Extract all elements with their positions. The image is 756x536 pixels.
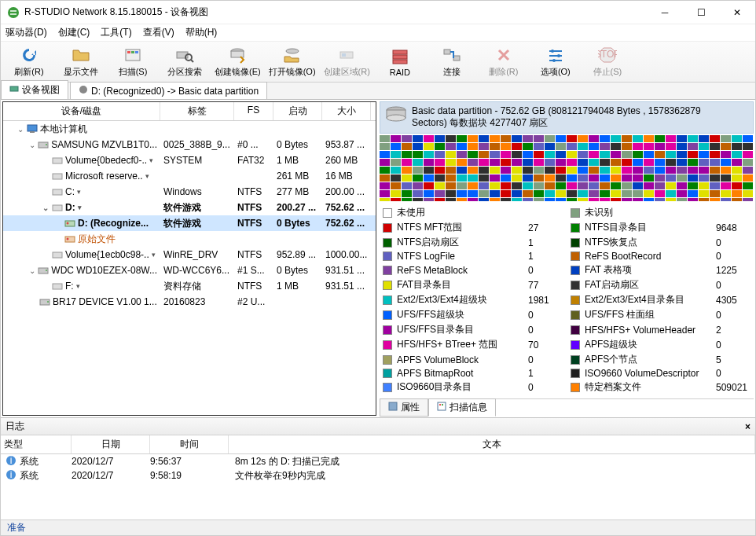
scan-block[interactable] bbox=[633, 167, 643, 174]
scan-block[interactable] bbox=[732, 167, 742, 174]
scan-block[interactable] bbox=[567, 190, 577, 197]
log-row[interactable]: i系统2020/12/79:56:378m 12s 的 D: 扫描已完成 bbox=[1, 454, 755, 468]
log-col-date[interactable]: 日期 bbox=[72, 435, 150, 453]
scan-block[interactable] bbox=[688, 174, 698, 182]
scan-block[interactable] bbox=[732, 143, 742, 150]
dropdown-arrow-icon[interactable]: ▾ bbox=[78, 204, 82, 211]
scan-block[interactable] bbox=[600, 151, 610, 158]
scan-block[interactable] bbox=[677, 151, 687, 158]
scan-block[interactable] bbox=[479, 167, 489, 174]
scan-block[interactable] bbox=[743, 174, 753, 182]
scan-block[interactable] bbox=[721, 135, 731, 142]
scan-block[interactable] bbox=[490, 174, 500, 182]
expander-icon[interactable]: ⌄ bbox=[28, 141, 35, 149]
scan-block[interactable] bbox=[556, 143, 566, 150]
toolbar-options-button[interactable]: 选项(O) bbox=[534, 45, 578, 79]
scan-block[interactable] bbox=[732, 135, 742, 142]
scan-block[interactable] bbox=[490, 167, 500, 174]
scan-block[interactable] bbox=[710, 143, 720, 150]
scan-block[interactable] bbox=[644, 182, 654, 189]
scan-block[interactable] bbox=[512, 190, 522, 197]
scan-block[interactable] bbox=[644, 151, 654, 158]
scan-block[interactable] bbox=[556, 167, 566, 174]
scan-block[interactable] bbox=[743, 159, 753, 166]
scan-block[interactable] bbox=[435, 143, 445, 150]
scan-block[interactable] bbox=[446, 190, 456, 197]
scan-block[interactable] bbox=[655, 151, 665, 158]
scan-block[interactable] bbox=[655, 190, 665, 197]
scan-block[interactable] bbox=[578, 151, 588, 158]
scan-block[interactable] bbox=[622, 190, 632, 197]
scan-block[interactable] bbox=[611, 135, 621, 142]
scan-block[interactable] bbox=[501, 190, 511, 197]
scan-block[interactable] bbox=[589, 159, 599, 166]
scan-block[interactable] bbox=[468, 135, 478, 142]
scan-block[interactable] bbox=[556, 182, 566, 189]
scan-block[interactable] bbox=[655, 174, 665, 182]
scan-block[interactable] bbox=[578, 159, 588, 166]
scan-block[interactable] bbox=[622, 135, 632, 142]
scan-block[interactable] bbox=[413, 167, 423, 174]
scan-block[interactable] bbox=[457, 143, 467, 150]
tree-row[interactable]: F: ▾资料存储NTFS1 MB931.51 ... bbox=[3, 278, 376, 294]
log-col-time[interactable]: 时间 bbox=[150, 435, 229, 453]
scan-block[interactable] bbox=[512, 151, 522, 158]
scan-block[interactable] bbox=[699, 159, 709, 166]
scan-block[interactable] bbox=[402, 159, 412, 166]
scan-block[interactable] bbox=[523, 174, 533, 182]
minimize-button[interactable]: ─ bbox=[647, 1, 683, 24]
scan-block[interactable] bbox=[413, 159, 423, 166]
scan-block[interactable] bbox=[457, 159, 467, 166]
scan-block[interactable] bbox=[567, 151, 577, 158]
scan-block[interactable] bbox=[699, 167, 709, 174]
scan-block[interactable] bbox=[644, 135, 654, 142]
scan-block[interactable] bbox=[666, 159, 676, 166]
expander-icon[interactable]: ⌄ bbox=[28, 266, 35, 275]
scan-block[interactable] bbox=[721, 190, 731, 197]
scan-block[interactable] bbox=[688, 190, 698, 197]
toolbar-refresh-button[interactable]: 刷新(R) bbox=[7, 45, 51, 79]
scan-block[interactable] bbox=[457, 174, 467, 182]
scan-block[interactable] bbox=[567, 159, 577, 166]
scan-block[interactable] bbox=[391, 143, 401, 150]
tree-row[interactable]: ⌄D: ▾软件游戏NTFS200.27 ...752.62 ... bbox=[3, 200, 376, 215]
scan-block[interactable] bbox=[479, 151, 489, 158]
scan-block[interactable] bbox=[622, 151, 632, 158]
scan-block[interactable] bbox=[391, 151, 401, 158]
scan-block[interactable] bbox=[435, 182, 445, 189]
dropdown-arrow-icon[interactable]: ▾ bbox=[76, 282, 80, 290]
dropdown-arrow-icon[interactable]: ▾ bbox=[145, 172, 149, 180]
scan-block[interactable] bbox=[479, 135, 489, 142]
scan-block[interactable] bbox=[446, 182, 456, 189]
scan-block[interactable] bbox=[666, 151, 676, 158]
scan-block[interactable] bbox=[413, 151, 423, 158]
scan-block[interactable] bbox=[578, 143, 588, 150]
scan-block[interactable] bbox=[391, 167, 401, 174]
scan-block[interactable] bbox=[633, 151, 643, 158]
scan-block[interactable] bbox=[567, 174, 577, 182]
scan-block[interactable] bbox=[578, 174, 588, 182]
scan-block[interactable] bbox=[402, 151, 412, 158]
scan-block[interactable] bbox=[545, 143, 555, 150]
scan-block[interactable] bbox=[633, 174, 643, 182]
scan-block[interactable] bbox=[699, 135, 709, 142]
tree-row[interactable]: Volume{1ecb0c98-.. ▾WinRE_DRVNTFS952.89 … bbox=[3, 247, 376, 262]
scan-block[interactable] bbox=[699, 151, 709, 158]
scan-block[interactable] bbox=[633, 190, 643, 197]
scan-block[interactable] bbox=[633, 135, 643, 142]
scan-block[interactable] bbox=[501, 151, 511, 158]
scan-block[interactable] bbox=[512, 135, 522, 142]
scan-block[interactable] bbox=[644, 159, 654, 166]
scan-block[interactable] bbox=[457, 167, 467, 174]
scan-block[interactable] bbox=[721, 174, 731, 182]
tree-row[interactable]: D: (Recognize...软件游戏NTFS0 Bytes752.62 ..… bbox=[3, 215, 376, 231]
scan-block[interactable] bbox=[446, 143, 456, 150]
scan-block[interactable] bbox=[501, 135, 511, 142]
tab-scan-info[interactable]: 扫描信息 bbox=[428, 398, 496, 417]
scan-block[interactable] bbox=[743, 151, 753, 158]
scan-block[interactable] bbox=[380, 167, 390, 174]
scan-block[interactable] bbox=[413, 182, 423, 189]
maximize-button[interactable]: ☐ bbox=[683, 1, 719, 24]
scan-block[interactable] bbox=[523, 135, 533, 142]
toolbar-connect-button[interactable]: 连接 bbox=[430, 45, 474, 79]
